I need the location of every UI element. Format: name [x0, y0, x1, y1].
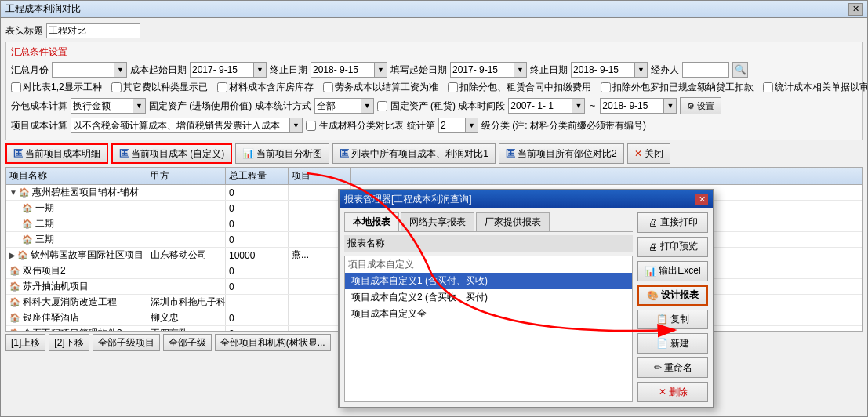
- dialog-left-panel: 本地报表 网络共享报表 厂家提供报表 报表名称 项目成本自定义 项目成本自定义1…: [344, 212, 633, 402]
- td-total: 10000: [226, 248, 289, 263]
- summary-section: 汇总条件设置 汇总月份 ▼ 成本起始日期 ▼ 终止日期 ▼ 填写起始日期: [5, 42, 863, 140]
- monthly-combo: ▼: [52, 62, 127, 78]
- cost-method-btn[interactable]: ▼: [133, 98, 146, 114]
- manager-input[interactable]: [682, 62, 729, 78]
- tab-network[interactable]: 网络共享报表: [401, 212, 474, 231]
- dialog-close-btn[interactable]: ✕: [695, 194, 708, 205]
- fixed-asset2-start-combo: ▼: [508, 98, 585, 114]
- design-icon: 🎨: [647, 290, 659, 301]
- cb1[interactable]: [11, 82, 21, 92]
- btn-delete[interactable]: ✕ 删除: [637, 382, 708, 402]
- btn-move-up[interactable]: [1]上移: [5, 334, 45, 351]
- stat-btn[interactable]: ▼: [466, 118, 478, 133]
- btn-copy[interactable]: 📋 复制: [637, 310, 708, 330]
- fixed-asset-btn[interactable]: ▼: [361, 98, 374, 114]
- td-total: 0: [226, 326, 289, 331]
- td-total: 0: [226, 201, 289, 216]
- end-date-input[interactable]: [311, 62, 375, 78]
- monthly-dropdown-btn[interactable]: ▼: [114, 62, 127, 78]
- dialog-right-panel: 🖨 直接打印 🖨 打印预览 📊 输出Excel 🎨 设计报表 📋: [637, 212, 708, 402]
- tab-local[interactable]: 本地报表: [344, 212, 399, 231]
- td-project-name: 🏠一期: [6, 201, 147, 216]
- btn-analysis-chart[interactable]: 📊 当前项目分析图: [235, 143, 329, 164]
- fill-end-btn[interactable]: ▼: [635, 62, 648, 78]
- btn-all-sub[interactable]: 全部子级项目: [93, 334, 160, 351]
- th-project-name: 项目名称: [6, 168, 147, 184]
- fixed-asset2-end-btn[interactable]: ▼: [664, 98, 677, 114]
- header-input[interactable]: [46, 23, 140, 38]
- btn-rename[interactable]: ✏ 重命名: [637, 357, 708, 378]
- btn-new[interactable]: 📄 新建: [637, 333, 708, 354]
- fixed-asset2-start-input[interactable]: [508, 98, 572, 114]
- cost-calc-row: 分包成本计算 ▼ 固定资产 (进场使用价值) 成本统计方式 ▼ 固定资产 (租货…: [11, 97, 857, 114]
- btn-all-level[interactable]: 全部子级: [163, 334, 212, 351]
- fill-start-btn[interactable]: ▼: [514, 62, 527, 78]
- summary-label-row: 汇总条件设置: [11, 45, 857, 59]
- td-total: 0: [226, 279, 289, 294]
- monthly-input[interactable]: [52, 62, 114, 78]
- end-date-combo: ▼: [311, 62, 387, 78]
- btn-direct-print[interactable]: 🖨 直接打印: [637, 212, 708, 233]
- td-project-name: ▶🏠钦州韩国故事国际社区项目: [6, 248, 147, 263]
- td-total: 0: [226, 185, 289, 200]
- th-party: 甲方: [147, 168, 226, 184]
- manager-icon-btn[interactable]: 🔍: [732, 62, 748, 78]
- fill-start-input[interactable]: [450, 62, 514, 78]
- manager-label: 经办人: [651, 63, 679, 77]
- expand-icon: ▶: [9, 251, 16, 259]
- cost-start-input[interactable]: [190, 62, 254, 78]
- cb4[interactable]: [323, 82, 333, 92]
- fixed-asset2-start-btn[interactable]: ▼: [572, 98, 585, 114]
- fixed-asset-input[interactable]: [314, 98, 361, 114]
- btn-export-excel[interactable]: 📊 输出Excel: [637, 261, 708, 281]
- btn-close[interactable]: ✕ 关闭: [627, 143, 670, 164]
- cb7[interactable]: [763, 82, 773, 92]
- btn-dept-compare-icon: 匡: [506, 147, 515, 161]
- settings-btn[interactable]: ⚙ 设置: [680, 97, 721, 114]
- cb2[interactable]: [111, 82, 122, 92]
- fill-start-combo: ▼: [450, 62, 527, 78]
- dialog-title-text: 报表管理器[工程成本利润查询]: [344, 193, 472, 206]
- cb5[interactable]: [448, 82, 458, 92]
- cb6[interactable]: [601, 82, 611, 92]
- end-date-label: 终止日期: [270, 63, 307, 77]
- cost-method-input[interactable]: [71, 98, 133, 114]
- cb-group-7: 统计成本相关单据以审核后为准: [763, 81, 868, 94]
- btn-all-profit[interactable]: 匡 列表中所有项目成本、利润对比1: [332, 143, 496, 164]
- btn-print-preview[interactable]: 🖨 打印预览: [637, 237, 708, 257]
- cost-start-combo: ▼: [190, 62, 267, 78]
- td-party: [147, 216, 226, 231]
- cost-method-combo: ▼: [71, 98, 146, 114]
- house-icon: 🏠: [9, 328, 20, 331]
- tab-vendor[interactable]: 厂家提供报表: [476, 212, 550, 231]
- report-item-1[interactable]: 项目成本自定义1 (含买付、买收): [345, 273, 632, 289]
- btn-all-tree[interactable]: 全部项目和机构(树状显...: [215, 334, 331, 351]
- btn-move-down[interactable]: [2]下移: [49, 334, 89, 351]
- cb5-label: 扣除分包、租赁合同中扣缴费用: [459, 81, 591, 94]
- window-title: 工程成本利润对比: [5, 2, 81, 16]
- report-item-2[interactable]: 项目成本自定义2 (含买收、买付): [345, 289, 632, 306]
- btn-design-report[interactable]: 🎨 设计报表: [637, 285, 708, 306]
- report-item-3[interactable]: 项目成本自定义全: [345, 306, 632, 322]
- stat-input[interactable]: [438, 118, 466, 133]
- cb3[interactable]: [217, 82, 227, 92]
- btn-cost-detail[interactable]: 匡 当前项目成本明细: [5, 143, 108, 164]
- fill-end-input[interactable]: [571, 62, 635, 78]
- btn-dept-compare[interactable]: 匡 当前项目所有部位对比2: [499, 143, 624, 164]
- fixed-asset2-cb[interactable]: [377, 101, 387, 111]
- td-party: [147, 232, 226, 247]
- title-bar: 工程成本利润对比 ✕: [1, 1, 867, 18]
- window-close-button[interactable]: ✕: [848, 3, 863, 16]
- material-cb[interactable]: [306, 121, 316, 131]
- td-project-name: 🏠金石工程项目管理软件3: [6, 326, 147, 331]
- project-formula-btn[interactable]: ▼: [290, 118, 303, 133]
- btn-cost-custom[interactable]: 匡 当前项目成本 (自定义): [111, 143, 232, 164]
- summary-label: 汇总条件设置: [11, 45, 67, 59]
- report-dialog: 报表管理器[工程成本利润查询] ✕ 本地报表 网络共享报表 厂家提供报表 报表名…: [338, 189, 714, 408]
- excel-icon: 📊: [645, 266, 656, 277]
- cost-start-btn[interactable]: ▼: [254, 62, 267, 78]
- end-date-btn[interactable]: ▼: [375, 62, 387, 78]
- project-formula-input[interactable]: [71, 118, 290, 133]
- fixed-asset2-end-input[interactable]: [600, 98, 664, 114]
- td-total: 0: [226, 216, 289, 231]
